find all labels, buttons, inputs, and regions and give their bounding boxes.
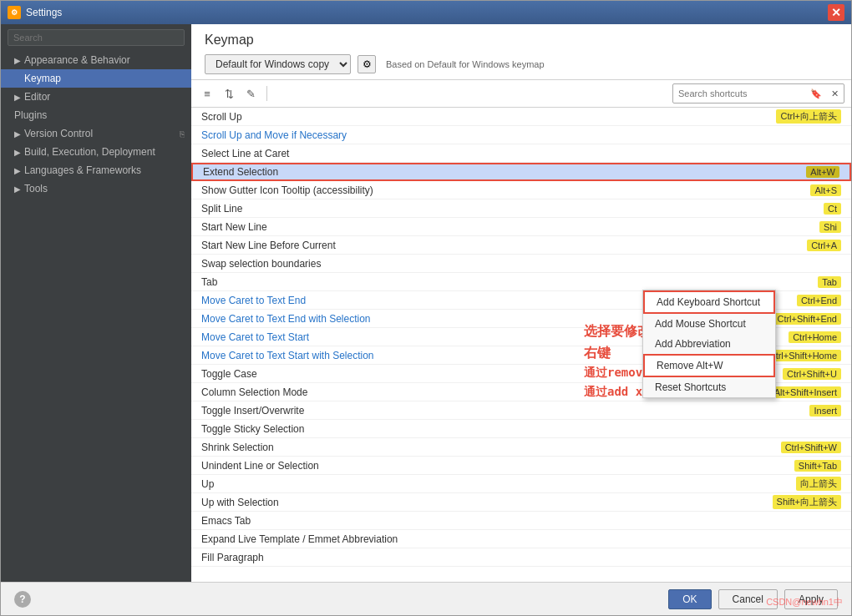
- titlebar: ⚙ Settings ✕: [1, 1, 851, 24]
- ok-button[interactable]: OK: [668, 589, 711, 609]
- sidebar-item-appearance[interactable]: ▶ Appearance & Behavior: [1, 51, 191, 69]
- arrow-icon: ▶: [14, 56, 21, 65]
- table-row[interactable]: Fill Paragraph: [191, 548, 851, 567]
- sidebar-item-keymap[interactable]: Keymap: [1, 69, 191, 88]
- main-panel: Keymap Default for Windows copy ⚙ Based …: [191, 24, 851, 582]
- table-row[interactable]: Shrink Selection Ctrl+Shift+W: [191, 438, 851, 457]
- arrow-icon-lang: ▶: [14, 166, 21, 175]
- context-menu: Add Keyboard Shortcut Add Mouse Shortcut…: [642, 290, 776, 398]
- table-row[interactable]: Show Gutter Icon Tooltip (accessibility)…: [191, 181, 851, 199]
- sidebar-search-input[interactable]: [8, 29, 185, 46]
- table-row[interactable]: Tab Tab: [191, 273, 851, 291]
- table-row[interactable]: Expand Live Template / Emmet Abbreviatio…: [191, 530, 851, 548]
- keymap-title: Keymap: [205, 33, 838, 48]
- sidebar-item-tools[interactable]: ▶ Tools: [1, 179, 191, 198]
- sidebar-item-build[interactable]: ▶ Build, Execution, Deployment: [1, 143, 191, 161]
- table-row[interactable]: Scroll Up Ctrl+向上箭头: [191, 108, 851, 126]
- table-row[interactable]: Select Line at Caret: [191, 144, 851, 163]
- keymap-toolbar: ≡ ⇅ ✎ 🔖 ✕: [191, 80, 851, 108]
- table-row[interactable]: Unindent Line or Selection Shift+Tab: [191, 457, 851, 475]
- pencil-button[interactable]: ✎: [241, 84, 260, 103]
- keymap-dropdown[interactable]: Default for Windows copy: [205, 54, 351, 74]
- arrow-icon-editor: ▶: [14, 93, 21, 102]
- search-container: 🔖 ✕: [672, 83, 844, 104]
- copy-icon: ⎘: [180, 129, 185, 139]
- align-button[interactable]: ≡: [198, 84, 216, 103]
- table-row-extend-selection[interactable]: Extend Selection Alt+W: [191, 163, 851, 181]
- table-row[interactable]: Up 向上箭头: [191, 475, 851, 493]
- keymap-header: Keymap Default for Windows copy ⚙ Based …: [191, 24, 851, 80]
- table-row[interactable]: Start New Line Before Current Ctrl+A: [191, 236, 851, 255]
- main-content: ▶ Appearance & Behavior Keymap ▶ Editor …: [1, 24, 851, 582]
- ctx-add-keyboard[interactable]: Add Keyboard Shortcut: [643, 290, 775, 314]
- bottom-bar: ? OK Cancel Apply: [1, 582, 851, 615]
- table-row[interactable]: Toggle Insert/Overwrite Insert: [191, 401, 851, 420]
- close-button[interactable]: ✕: [828, 4, 844, 21]
- table-row[interactable]: Toggle Sticky Selection: [191, 420, 851, 438]
- table-row[interactable]: Swap selection boundaries: [191, 255, 851, 273]
- dialog-buttons: OK Cancel Apply: [668, 589, 838, 609]
- toolbar-separator: [266, 86, 267, 101]
- ctx-remove[interactable]: Remove Alt+W: [643, 354, 775, 377]
- apply-button[interactable]: Apply: [784, 589, 838, 609]
- sidebar-item-vcs[interactable]: ▶ Version Control ⎘: [1, 124, 191, 143]
- settings-window: ⚙ Settings ✕ ▶ Appearance & Behavior Key…: [0, 0, 852, 616]
- arrow-icon-tools: ▶: [14, 184, 21, 194]
- gear-button[interactable]: ⚙: [358, 55, 376, 73]
- ctx-reset[interactable]: Reset Shortcuts: [643, 377, 775, 397]
- table-row[interactable]: Split Line Ct: [191, 199, 851, 218]
- sidebar-item-plugins[interactable]: Plugins: [1, 106, 191, 124]
- window-title: Settings: [26, 7, 828, 18]
- keymap-search-input[interactable]: [673, 87, 807, 100]
- arrow-icon-vcs: ▶: [14, 129, 21, 139]
- sidebar-item-languages[interactable]: ▶ Languages & Frameworks: [1, 161, 191, 179]
- filter-button[interactable]: ⇅: [220, 84, 238, 103]
- keymap-bar: Default for Windows copy ⚙ Based on Defa…: [205, 54, 838, 74]
- keymap-description: Based on Default for Windows keymap: [386, 59, 545, 69]
- help-button[interactable]: ?: [14, 591, 31, 608]
- ctx-add-mouse[interactable]: Add Mouse Shortcut: [643, 314, 775, 334]
- table-row[interactable]: Start New Line Shi: [191, 218, 851, 236]
- app-icon: ⚙: [8, 6, 21, 19]
- sidebar: ▶ Appearance & Behavior Keymap ▶ Editor …: [1, 24, 191, 582]
- search-bookmark-icon[interactable]: 🔖: [807, 84, 825, 103]
- table-row[interactable]: Up with Selection Shift+向上箭头: [191, 493, 851, 512]
- search-clear-icon[interactable]: ✕: [825, 84, 844, 103]
- ctx-add-abbrev[interactable]: Add Abbreviation: [643, 334, 775, 354]
- sidebar-search-container: [1, 24, 191, 51]
- sidebar-item-editor[interactable]: ▶ Editor: [1, 88, 191, 106]
- table-row[interactable]: Emacs Tab: [191, 512, 851, 530]
- keymap-table: Scroll Up Ctrl+向上箭头 Scroll Up and Move i…: [191, 108, 851, 582]
- arrow-icon-build: ▶: [14, 148, 21, 157]
- table-row[interactable]: Scroll Up and Move if Necessary: [191, 126, 851, 144]
- cancel-button[interactable]: Cancel: [718, 589, 778, 609]
